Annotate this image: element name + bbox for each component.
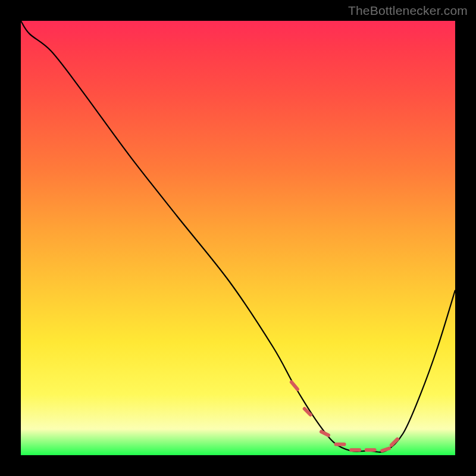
- figure-container: TheBottlenecker.com: [0, 0, 476, 476]
- chart-marker: [392, 439, 397, 445]
- chart-markers: [292, 382, 397, 450]
- chart-marker: [292, 382, 298, 389]
- chart-svg: [21, 21, 455, 455]
- chart-line-main: [21, 21, 455, 452]
- chart-marker: [321, 432, 328, 436]
- chart-marker: [382, 449, 389, 451]
- watermark-label: TheBottlenecker.com: [348, 4, 468, 18]
- chart-plot-area: [21, 21, 455, 455]
